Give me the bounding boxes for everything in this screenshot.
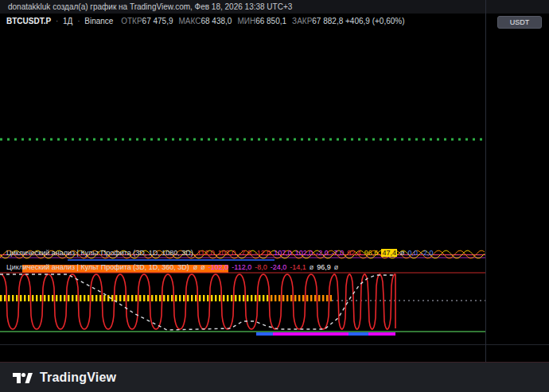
published-chart-header-link[interactable]: donatakkluk создал(а) график на TradingV… [0, 0, 549, 14]
indicator-pane-1-plots [0, 250, 485, 260]
footer-bar: TradingView [0, 362, 549, 392]
tradingview-logo-icon[interactable] [11, 369, 33, 386]
price-scale-border [485, 0, 486, 362]
chart-area[interactable]: BTCUSDT.P · 1Д · Binance ОТКР67 475,9МАК… [0, 14, 549, 344]
tradingview-wordmark[interactable]: TradingView [40, 371, 116, 385]
indicator-pane-2-plots [0, 265, 485, 336]
time-axis[interactable] [0, 344, 549, 362]
chart-canvas[interactable] [0, 14, 549, 344]
